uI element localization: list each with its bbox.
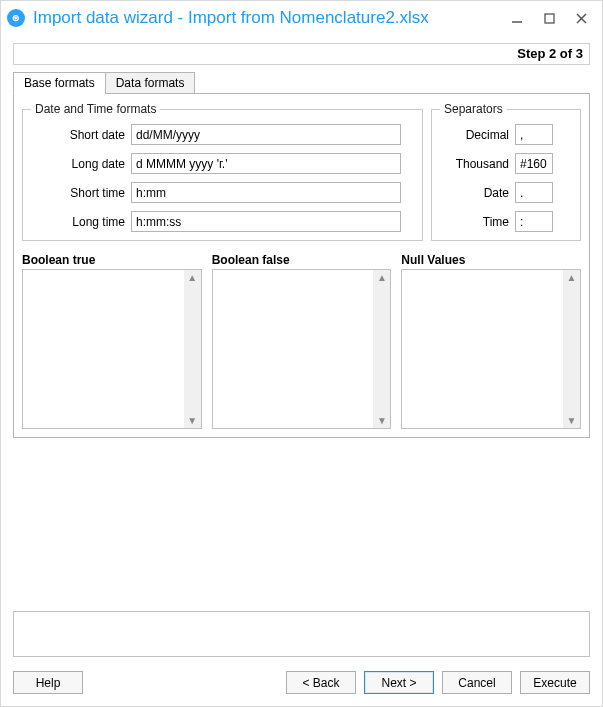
maximize-button[interactable] <box>540 9 558 27</box>
label-date-sep: Date <box>440 186 515 200</box>
label-long-time: Long time <box>31 215 131 229</box>
label-time-sep: Time <box>440 215 515 229</box>
label-thousand: Thousand <box>440 157 515 171</box>
scroll-down-icon: ▼ <box>567 415 577 426</box>
scroll-up-icon: ▲ <box>567 272 577 283</box>
cancel-button[interactable]: Cancel <box>442 671 512 694</box>
back-button[interactable]: < Back <box>286 671 356 694</box>
group-null-values: Null Values ▲ ▼ <box>401 253 581 429</box>
step-text: Step 2 of 3 <box>517 46 583 61</box>
scroll-up-icon: ▲ <box>377 272 387 283</box>
tab-strip: Base formats Data formats <box>13 71 590 93</box>
scrollbar[interactable]: ▲ ▼ <box>563 270 580 428</box>
input-long-date[interactable] <box>131 153 401 174</box>
fieldset-date-time-formats: Date and Time formats Short date Long da… <box>22 102 423 241</box>
label-boolean-true: Boolean true <box>22 253 202 267</box>
minimize-button[interactable] <box>508 9 526 27</box>
label-short-date: Short date <box>31 128 131 142</box>
tab-container: Base formats Data formats Date and Time … <box>13 71 590 438</box>
input-short-date[interactable] <box>131 124 401 145</box>
label-short-time: Short time <box>31 186 131 200</box>
next-button[interactable]: Next > <box>364 671 434 694</box>
input-time-sep[interactable] <box>515 211 553 232</box>
scrollbar[interactable]: ▲ ▼ <box>184 270 201 428</box>
scroll-down-icon: ▼ <box>377 415 387 426</box>
input-decimal[interactable] <box>515 124 553 145</box>
tab-base-formats[interactable]: Base formats <box>13 72 106 94</box>
svg-rect-1 <box>545 14 554 23</box>
legend-date-time: Date and Time formats <box>31 102 160 116</box>
fieldset-separators: Separators Decimal Thousand Date Tim <box>431 102 581 241</box>
input-date-sep[interactable] <box>515 182 553 203</box>
window-controls <box>508 9 594 27</box>
app-icon: ⊛ <box>7 9 25 27</box>
input-short-time[interactable] <box>131 182 401 203</box>
button-row: Help < Back Next > Cancel Execute <box>13 671 590 694</box>
title-bar: ⊛ Import data wizard - Import from Nomen… <box>1 1 602 35</box>
input-long-time[interactable] <box>131 211 401 232</box>
tab-panel-base-formats: Date and Time formats Short date Long da… <box>13 93 590 438</box>
execute-button[interactable]: Execute <box>520 671 590 694</box>
listbox-boolean-true[interactable]: ▲ ▼ <box>22 269 202 429</box>
scroll-down-icon: ▼ <box>187 415 197 426</box>
group-boolean-false: Boolean false ▲ ▼ <box>212 253 392 429</box>
group-boolean-true: Boolean true ▲ ▼ <box>22 253 202 429</box>
status-box <box>13 611 590 657</box>
label-boolean-false: Boolean false <box>212 253 392 267</box>
legend-separators: Separators <box>440 102 507 116</box>
window-title: Import data wizard - Import from Nomencl… <box>33 8 508 28</box>
label-decimal: Decimal <box>440 128 515 142</box>
listbox-boolean-false[interactable]: ▲ ▼ <box>212 269 392 429</box>
listbox-null-values[interactable]: ▲ ▼ <box>401 269 581 429</box>
input-thousand[interactable] <box>515 153 553 174</box>
label-null-values: Null Values <box>401 253 581 267</box>
scrollbar[interactable]: ▲ ▼ <box>373 270 390 428</box>
tab-data-formats[interactable]: Data formats <box>105 72 196 94</box>
help-button[interactable]: Help <box>13 671 83 694</box>
close-button[interactable] <box>572 9 590 27</box>
scroll-up-icon: ▲ <box>187 272 197 283</box>
step-indicator: Step 2 of 3 <box>13 43 590 65</box>
label-long-date: Long date <box>31 157 131 171</box>
